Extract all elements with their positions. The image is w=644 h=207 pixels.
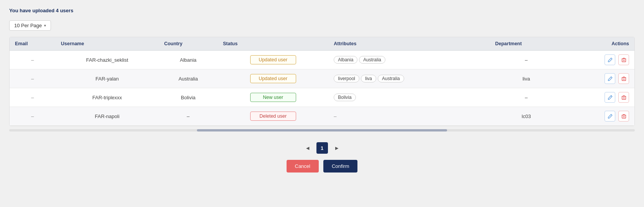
cell-username: FAR-triplexxx [56, 88, 159, 107]
col-username: Username [56, 37, 159, 51]
cell-username: FAR-chazki_seklist [56, 51, 159, 69]
col-actions: Actions [563, 37, 634, 51]
table-row: –FAR-triplexxxBoliviaNew userBolivia– [10, 88, 634, 107]
delete-button[interactable] [618, 92, 629, 103]
col-status: Status [218, 37, 328, 51]
status-badge: New user [250, 93, 296, 102]
col-country: Country [159, 37, 218, 51]
cell-status: Updated user [218, 69, 328, 88]
cell-status: Updated user [218, 51, 328, 69]
col-email: Email [10, 37, 56, 51]
chevron-down-icon: ▾ [44, 23, 46, 28]
pagination-area: ◀ 1 ▶ [9, 142, 635, 154]
cell-status: Deleted user [218, 107, 328, 126]
email-value: – [31, 95, 34, 100]
attr-tag: Australia [378, 75, 404, 82]
cell-status: New user [218, 88, 328, 107]
delete-button[interactable] [618, 54, 629, 65]
cell-actions [563, 69, 634, 88]
scrollbar-thumb[interactable] [197, 129, 447, 131]
users-table: Email Username Country Status Attributes… [10, 37, 634, 126]
page-1-button[interactable]: 1 [316, 142, 328, 154]
table-row: –FAR-chazki_seklistAlbaniaUpdated userAl… [10, 51, 634, 69]
col-attributes: Attributes [328, 37, 490, 51]
per-page-label: 10 Per Page [14, 23, 42, 28]
delete-button[interactable] [618, 111, 629, 122]
status-badge: Deleted user [250, 112, 296, 121]
cell-country: Australia [159, 69, 218, 88]
per-page-button[interactable]: 10 Per Page ▾ [9, 20, 51, 31]
cell-actions [563, 88, 634, 107]
cell-actions [563, 107, 634, 126]
email-value: – [31, 57, 34, 63]
cell-attributes: Bolivia [328, 88, 490, 107]
status-badge: Updated user [250, 55, 296, 64]
cell-department: liva [490, 69, 563, 88]
cell-username: FAR-napoli [56, 107, 159, 126]
table-container: Email Username Country Status Attributes… [9, 37, 635, 126]
attr-tag: liverpool [334, 75, 359, 82]
svg-rect-2 [622, 96, 626, 99]
bottom-actions: Cancel Confirm [9, 160, 635, 180]
email-value: – [31, 76, 34, 82]
table-body: –FAR-chazki_seklistAlbaniaUpdated userAl… [10, 51, 634, 126]
confirm-button[interactable]: Confirm [323, 160, 358, 172]
table-row: –FAR-napoli–Deleted user–lc03 [10, 107, 634, 126]
attr-tag: liva [361, 75, 376, 82]
cell-country: Bolivia [159, 88, 218, 107]
edit-button[interactable] [605, 111, 615, 122]
email-value: – [31, 113, 34, 119]
table-header-row: Email Username Country Status Attributes… [10, 37, 634, 51]
cell-username: FAR-yalan [56, 69, 159, 88]
svg-rect-1 [622, 77, 626, 80]
col-department: Department [490, 37, 563, 51]
page-wrapper: You have uploaded 4 users 10 Per Page ▾ … [0, 0, 644, 188]
cancel-button[interactable]: Cancel [287, 160, 319, 172]
attr-tag: Bolivia [334, 94, 356, 101]
scrollbar-track[interactable] [9, 129, 635, 131]
edit-button[interactable] [605, 92, 615, 103]
svg-rect-0 [622, 59, 626, 62]
cell-email: – [10, 51, 56, 69]
table-row: –FAR-yalanAustraliaUpdated userliverpool… [10, 69, 634, 88]
cell-attributes: liverpoollivaAustralia [328, 69, 490, 88]
cell-attributes: AlbaniaAustralia [328, 51, 490, 69]
cell-email: – [10, 107, 56, 126]
svg-rect-3 [622, 115, 626, 118]
cell-attributes: – [328, 107, 490, 126]
attributes-dash: – [334, 113, 336, 119]
upload-notice: You have uploaded 4 users [9, 8, 635, 13]
cell-email: – [10, 88, 56, 107]
status-badge: Updated user [250, 74, 296, 83]
cell-email: – [10, 69, 56, 88]
cell-country: Albania [159, 51, 218, 69]
cell-department: – [490, 51, 563, 69]
cell-actions [563, 51, 634, 69]
delete-button[interactable] [618, 73, 629, 84]
attr-tag: Australia [359, 56, 385, 64]
cell-country: – [159, 107, 218, 126]
prev-page-button[interactable]: ◀ [302, 142, 313, 154]
next-page-button[interactable]: ▶ [331, 142, 342, 154]
edit-button[interactable] [605, 73, 615, 84]
attr-tag: Albania [334, 56, 357, 64]
cell-department: lc03 [490, 107, 563, 126]
cell-department: – [490, 88, 563, 107]
edit-button[interactable] [605, 54, 615, 65]
